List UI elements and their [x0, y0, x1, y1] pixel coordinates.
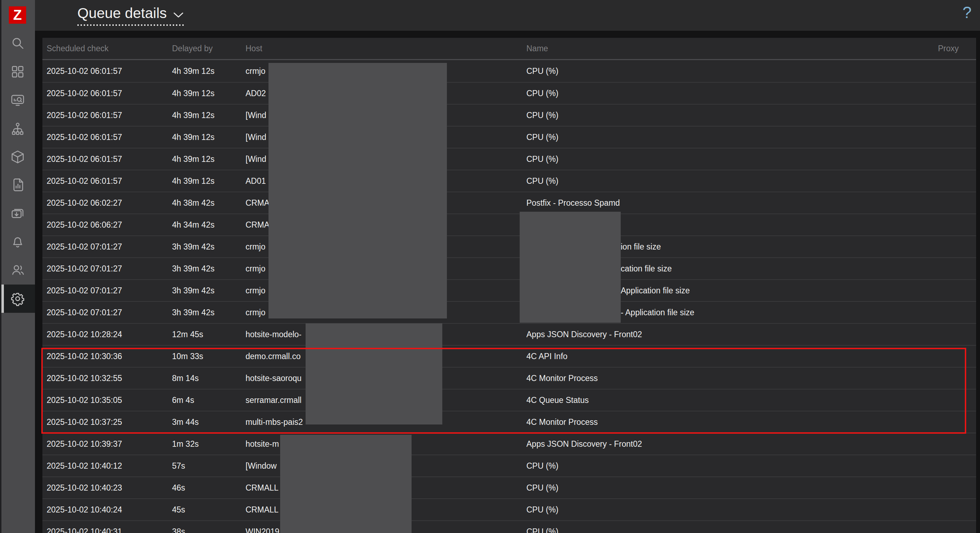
table-row: 2025-10-02 10:39:37 1m 32s hotsite-m App… [42, 432, 976, 455]
queue-table-body: 2025-10-02 06:01:57 4h 39m 12s crmjo CPU… [42, 60, 976, 533]
sidebar-item-monitoring[interactable] [0, 86, 35, 114]
item-name-cell: CPU (%) [527, 132, 938, 142]
sidebar-item-reports[interactable] [0, 171, 35, 199]
table-row: 2025-10-02 07:01:27 3h 39m 42s crmjo - A… [42, 301, 976, 323]
scheduled-check-cell: 2025-10-02 10:28:24 [47, 330, 172, 339]
item-name-cell: Apps JSON Discovery - Front02 [527, 330, 938, 339]
data-collection-icon [10, 206, 25, 221]
scheduled-check-cell: 2025-10-02 06:01:57 [47, 111, 172, 120]
sidebar-item-users[interactable] [0, 256, 35, 284]
scheduled-check-cell: 2025-10-02 10:40:24 [47, 505, 172, 515]
monitoring-icon [10, 93, 25, 107]
scheduled-check-cell: 2025-10-02 07:01:27 [47, 264, 172, 274]
delayed-by-cell: 4h 34m 42s [172, 220, 245, 230]
sidebar-item-administration[interactable] [0, 284, 35, 313]
table-row: 2025-10-02 06:01:57 4h 39m 12s [Wind CPU… [42, 126, 976, 148]
item-name-cell: CPU (%) [527, 461, 938, 471]
sidebar: Z [0, 0, 35, 533]
table-row: 2025-10-02 06:06:27 4h 34m 42s CRMA [42, 214, 976, 235]
table-header-row: Scheduled check Delayed by Host Name Pro… [42, 38, 976, 60]
scheduled-check-cell: 2025-10-02 10:40:12 [47, 461, 172, 471]
col-header-scheduled-check: Scheduled check [47, 44, 172, 53]
table-row: 2025-10-02 10:40:23 46s CRMALL CPU (%) [42, 476, 976, 498]
highlight-rectangle [41, 348, 966, 434]
reports-icon [10, 177, 25, 192]
scheduled-check-cell: 2025-10-02 07:01:27 [47, 308, 172, 318]
sidebar-item-dashboards[interactable] [0, 57, 35, 86]
item-name-cell: CPU (%) [527, 176, 938, 186]
scheduled-check-cell: 2025-10-02 10:40:31 [47, 527, 172, 533]
search-icon [10, 36, 25, 51]
sidebar-item-inventory[interactable] [0, 143, 35, 171]
queue-table: Scheduled check Delayed by Host Name Pro… [42, 38, 976, 533]
item-name-cell: CPU (%) [527, 89, 938, 98]
scheduled-check-cell: 2025-10-02 06:02:27 [47, 198, 172, 208]
table-row: 2025-10-02 06:01:57 4h 39m 12s AD01 CPU … [42, 170, 976, 191]
scheduled-check-cell: 2025-10-02 06:06:27 [47, 220, 172, 230]
screen: Z [0, 0, 980, 533]
zabbix-logo-letter: Z [13, 8, 22, 22]
item-name-cell: CPU (%) [527, 111, 938, 120]
sidebar-item-alerts[interactable] [0, 228, 35, 256]
item-name-cell: CPU (%) [527, 67, 938, 76]
delayed-by-cell: 4h 39m 12s [172, 67, 245, 76]
redaction-box-2 [520, 212, 621, 323]
table-row: 2025-10-02 10:40:12 57s [Window CPU (%) [42, 455, 976, 476]
delayed-by-cell: 46s [172, 483, 245, 493]
table-row: 2025-10-02 07:01:27 3h 39m 42s crmjo App… [42, 279, 976, 301]
table-row: 2025-10-02 10:40:31 38s WIN2019 CPU (%) [42, 520, 976, 533]
delayed-by-cell: 3h 39m 42s [172, 264, 245, 274]
delayed-by-cell: 12m 45s [172, 330, 245, 339]
item-name-cell: Apps JSON Discovery - Front02 [527, 439, 938, 449]
chevron-down-icon [173, 12, 184, 18]
redaction-box-1 [269, 63, 447, 318]
item-name-cell: Postfix - Processo Spamd [527, 198, 938, 208]
delayed-by-cell: 4h 39m 12s [172, 155, 245, 164]
table-row: 2025-10-02 07:01:27 3h 39m 42s crmjo cat… [42, 257, 976, 279]
table-row: 2025-10-02 10:40:24 45s CRMALL CPU (%) [42, 498, 976, 520]
page-title-dropdown[interactable]: Queue details [77, 5, 184, 26]
delayed-by-cell: 3h 39m 42s [172, 242, 245, 252]
item-name-cell: CPU (%) [527, 483, 938, 493]
help-button[interactable]: ? [963, 3, 972, 22]
sidebar-item-search[interactable] [0, 29, 35, 57]
col-header-host: Host [245, 44, 527, 53]
delayed-by-cell: 57s [172, 461, 245, 471]
scheduled-check-cell: 2025-10-02 07:01:27 [47, 286, 172, 295]
delayed-by-cell: 3h 39m 42s [172, 308, 245, 318]
delayed-by-cell: 38s [172, 527, 245, 533]
scheduled-check-cell: 2025-10-02 06:01:57 [47, 132, 172, 142]
scheduled-check-cell: 2025-10-02 10:39:37 [47, 439, 172, 449]
sidebar-item-services[interactable] [0, 115, 35, 143]
table-row: 2025-10-02 06:01:57 4h 39m 12s AD02 CPU … [42, 82, 976, 104]
scheduled-check-cell: 2025-10-02 06:01:57 [47, 155, 172, 164]
scheduled-check-cell: 2025-10-02 06:01:57 [47, 89, 172, 98]
delayed-by-cell: 1m 32s [172, 439, 245, 449]
scheduled-check-cell: 2025-10-02 10:40:23 [47, 483, 172, 493]
table-row: 2025-10-02 06:01:57 4h 39m 12s [Wind CPU… [42, 104, 976, 126]
delayed-by-cell: 3h 39m 42s [172, 286, 245, 295]
item-name-cell: CPU (%) [527, 527, 938, 533]
page-title: Queue details [77, 5, 167, 21]
col-header-proxy: Proxy [938, 44, 976, 53]
scheduled-check-cell: 2025-10-02 06:01:57 [47, 67, 172, 76]
delayed-by-cell: 4h 39m 12s [172, 176, 245, 186]
inventory-cube-icon [10, 150, 25, 164]
delayed-by-cell: 4h 39m 12s [172, 111, 245, 120]
delayed-by-cell: 4h 38m 42s [172, 198, 245, 208]
item-name-cell: CPU (%) [527, 505, 938, 515]
sidebar-item-data-collection[interactable] [0, 199, 35, 228]
table-row: 2025-10-02 06:01:57 4h 39m 12s [Wind CPU… [42, 148, 976, 170]
redaction-box-4 [280, 435, 412, 533]
header-bar: Queue details ? [35, 0, 980, 31]
col-header-delayed-by: Delayed by [172, 44, 245, 53]
scheduled-check-cell: 2025-10-02 07:01:27 [47, 242, 172, 252]
zabbix-logo[interactable]: Z [9, 6, 26, 24]
delayed-by-cell: 4h 39m 12s [172, 89, 245, 98]
users-icon [10, 263, 25, 278]
scheduled-check-cell: 2025-10-02 06:01:57 [47, 176, 172, 186]
dashboards-icon [10, 64, 25, 79]
table-row: 2025-10-02 07:01:27 3h 39m 42s crmjo ion… [42, 235, 976, 257]
administration-gear-icon [10, 291, 25, 306]
item-name-cell: CPU (%) [527, 155, 938, 164]
